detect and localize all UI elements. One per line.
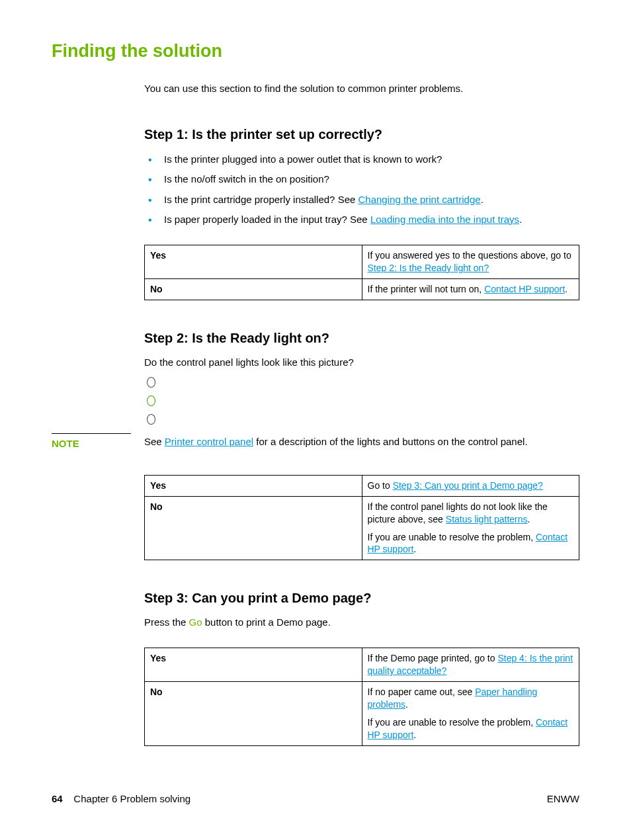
step1-table: Yes If you answered yes to the questions… [144, 245, 579, 300]
cell-no-text: If the printer will not turn on, Contact… [362, 278, 579, 300]
light-icon [147, 414, 155, 425]
table-row: Yes Go to Step 3: Can you print a Demo p… [145, 475, 579, 496]
table-row: Yes If the Demo page printed, go to Step… [145, 648, 579, 682]
cell-no-text: If no paper came out, see Paper handling… [362, 682, 579, 746]
cell-no-label: No [145, 682, 362, 746]
link-changing-cartridge[interactable]: Changing the print cartridge [358, 194, 481, 205]
link-loading-media[interactable]: Loading media into the input trays [370, 214, 519, 225]
footer-right: ENWW [547, 793, 579, 804]
list-item: Is paper properly loaded in the input tr… [144, 213, 579, 226]
link-step3[interactable]: Step 3: Can you print a Demo page? [393, 480, 543, 491]
footer-left: 64 Chapter 6 Problem solving [52, 793, 190, 804]
step1-bullet-list: Is the printer plugged into a power outl… [144, 153, 579, 226]
bullet-text: Is the print cartridge properly installe… [164, 194, 358, 205]
list-item: Is the no/off switch in the on position? [144, 173, 579, 186]
cell-yes-text: If you answered yes to the questions abo… [362, 245, 579, 279]
step3-instruction: Press the Go button to print a Demo page… [144, 616, 579, 628]
light-icon [147, 377, 155, 388]
light-icon [147, 396, 155, 406]
bullet-text: Is the no/off switch in the on position? [164, 173, 329, 185]
cell-no-label: No [145, 496, 362, 560]
note-text: See Printer control panel for a descript… [144, 435, 579, 448]
table-row: Yes If you answered yes to the questions… [145, 245, 579, 279]
go-label: Go [189, 616, 202, 628]
light-indicator-diagram [144, 377, 579, 425]
page-footer: 64 Chapter 6 Problem solving ENWW [52, 793, 579, 804]
chapter-label: Chapter 6 Problem solving [73, 793, 190, 804]
list-item: Is the print cartridge properly installe… [144, 193, 579, 206]
cell-yes-label: Yes [145, 475, 362, 496]
cell-yes-text: Go to Step 3: Can you print a Demo page? [362, 475, 579, 496]
link-step2[interactable]: Step 2: Is the Ready light on? [368, 263, 489, 273]
link-contact-support[interactable]: Contact HP support [484, 284, 565, 294]
bullet-text: Is paper properly loaded in the input tr… [164, 214, 370, 225]
cell-yes-label: Yes [145, 648, 362, 682]
link-control-panel[interactable]: Printer control panel [165, 436, 253, 447]
step2-heading: Step 2: Is the Ready light on? [144, 331, 579, 346]
intro-text: You can use this section to find the sol… [144, 83, 579, 94]
step2-table: Yes Go to Step 3: Can you print a Demo p… [144, 475, 579, 560]
step1-heading: Step 1: Is the printer set up correctly? [144, 127, 579, 142]
cell-yes-label: Yes [145, 245, 362, 279]
cell-yes-text: If the Demo page printed, go to Step 4: … [362, 648, 579, 682]
cell-no-text: If the control panel lights do not look … [362, 496, 579, 560]
table-row: No If the printer will not turn on, Cont… [145, 278, 579, 300]
bullet-text: Is the printer plugged into a power outl… [164, 153, 442, 165]
table-row: No If no paper came out, see Paper handl… [145, 682, 579, 746]
table-row: No If the control panel lights do not lo… [145, 496, 579, 560]
step3-table: Yes If the Demo page printed, go to Step… [144, 648, 579, 745]
page-title: Finding the solution [52, 41, 579, 62]
cell-no-label: No [145, 278, 362, 300]
note-label: NOTE [52, 433, 131, 449]
page-number: 64 [52, 793, 63, 804]
step3-heading: Step 3: Can you print a Demo page? [144, 591, 579, 606]
note-block: NOTE See Printer control panel for a des… [52, 435, 579, 448]
link-status-light[interactable]: Status light patterns [446, 514, 528, 525]
step2-question: Do the control panel lights look like th… [144, 357, 579, 368]
list-item: Is the printer plugged into a power outl… [144, 153, 579, 166]
